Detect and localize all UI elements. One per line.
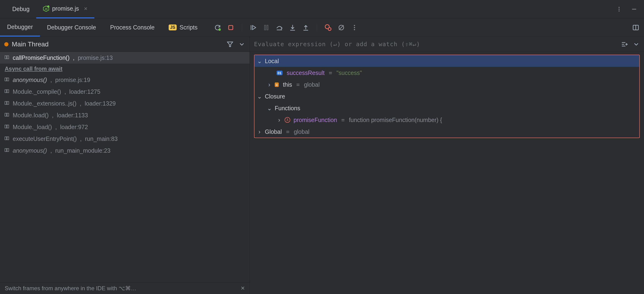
minimize-icon[interactable] — [630, 5, 638, 14]
resume-icon[interactable] — [250, 24, 256, 31]
svg-point-7 — [218, 28, 221, 31]
scope-label: Functions — [275, 105, 300, 112]
nodejs-icon: JS — [43, 6, 50, 12]
tab-run-config-label: promise.js — [52, 5, 79, 12]
svg-rect-33 — [7, 89, 9, 93]
sub-tab-debugger-console[interactable]: Debugger Console — [40, 18, 103, 37]
frame-icon — [4, 88, 10, 95]
scope-closure[interactable]: ⌄ Closure — [254, 90, 639, 102]
stack-frame[interactable]: anonymous(), run_main_module:23 — [0, 145, 250, 157]
rerun-icon[interactable] — [214, 24, 221, 31]
view-breakpoints-icon[interactable] — [324, 24, 332, 31]
variable-row[interactable]: › ≡ this = global — [254, 79, 639, 90]
var-value: "success" — [336, 70, 362, 76]
sub-tab-debugger[interactable]: Debugger — [0, 18, 40, 37]
frame-icon — [4, 54, 10, 61]
mute-breakpoints-icon[interactable] — [338, 24, 345, 31]
svg-point-23 — [354, 27, 355, 28]
frame-function: Module.load() — [13, 112, 49, 119]
svg-rect-30 — [5, 78, 6, 81]
watch-input-row: Evaluate expression (↵) or add a watch (… — [250, 37, 644, 52]
tab-debug[interactable]: Debug — [6, 0, 36, 18]
stack-frame[interactable]: executeUserEntryPoint(), run_main:83 — [0, 133, 250, 145]
watch-input[interactable]: Evaluate expression (↵) or add a watch (… — [254, 41, 618, 48]
svg-rect-42 — [5, 149, 6, 152]
frame-location: loader:1133 — [57, 112, 88, 119]
scope-label: Closure — [265, 93, 285, 100]
frames-list[interactable]: callPromiseFunction(), promise.js:13 Asy… — [0, 52, 250, 282]
svg-marker-10 — [252, 26, 256, 30]
svg-rect-43 — [7, 149, 9, 152]
thread-header[interactable]: Main Thread — [0, 37, 250, 52]
more-options-icon[interactable] — [615, 5, 623, 14]
tip-close-icon[interactable]: ✕ — [240, 285, 245, 291]
svg-rect-37 — [7, 113, 9, 116]
stack-frame[interactable]: callPromiseFunction(), promise.js:13 — [0, 52, 250, 64]
svg-rect-12 — [267, 25, 268, 30]
chevron-down-icon: ⌄ — [257, 58, 262, 65]
scope-label: Global — [265, 128, 282, 135]
toolbar-separator-2 — [317, 23, 317, 32]
svg-rect-35 — [7, 101, 9, 104]
step-into-icon[interactable] — [289, 24, 296, 31]
close-icon[interactable]: ✕ — [84, 6, 88, 12]
toolbar-separator — [242, 23, 242, 32]
frame-icon — [4, 77, 10, 83]
svg-rect-11 — [264, 25, 266, 30]
frame-location: run_main_module:23 — [55, 147, 110, 154]
sub-tab-process-label: Process Console — [110, 24, 154, 31]
debugger-more-icon[interactable] — [351, 24, 358, 31]
scope-functions[interactable]: ⌄ Functions — [254, 102, 639, 114]
layout-settings-icon[interactable] — [632, 24, 639, 31]
svg-rect-28 — [5, 56, 6, 59]
variable-row[interactable]: 01 successResult = "success" — [254, 67, 639, 79]
frame-location: loader:972 — [60, 124, 88, 130]
filter-icon[interactable] — [226, 41, 234, 48]
frames-tip: Switch frames from anywhere in the IDE w… — [0, 282, 250, 294]
frame-location: run_main:83 — [85, 135, 118, 142]
js-badge-icon: JS — [169, 25, 177, 30]
frame-icon — [4, 147, 10, 154]
pause-icon[interactable] — [263, 24, 270, 31]
chevron-right-icon: › — [267, 81, 272, 88]
chevron-down-icon[interactable] — [633, 41, 640, 48]
sub-tab-process-console[interactable]: Process Console — [103, 18, 162, 37]
chevron-right-icon: › — [257, 128, 262, 135]
stack-frame[interactable]: anonymous(), promise.js:19 — [0, 74, 250, 86]
stack-frame[interactable]: Module._extensions..js(), loader:1329 — [0, 97, 250, 109]
variables-tree: ⌄ Local 01 successResult = "success" › ≡… — [254, 55, 640, 138]
tab-run-config[interactable]: JS promise.js ✕ — [36, 0, 94, 18]
frame-function: callPromiseFunction() — [13, 54, 70, 61]
svg-point-4 — [618, 9, 620, 10]
debugger-toolbar: Debugger Debugger Console Process Consol… — [0, 18, 644, 37]
add-watch-icon[interactable] — [621, 41, 628, 48]
lambda-icon: λ — [284, 117, 290, 123]
stack-frame[interactable]: Module._load(), loader:972 — [0, 121, 250, 133]
frame-function: anonymous() — [13, 147, 47, 154]
tab-debug-label: Debug — [12, 6, 30, 13]
chevron-down-icon[interactable] — [238, 41, 245, 48]
frame-function: Module._compile() — [13, 88, 61, 95]
svg-rect-38 — [5, 125, 6, 128]
stack-frame[interactable]: Module._compile(), loader:1275 — [0, 86, 250, 97]
svg-rect-39 — [7, 125, 9, 128]
frame-location: promise.js:19 — [55, 77, 90, 83]
var-value: global — [304, 81, 320, 88]
variables-panel: Evaluate expression (↵) or add a watch (… — [250, 37, 644, 294]
thread-name: Main Thread — [12, 41, 49, 48]
stop-icon[interactable] — [227, 24, 234, 31]
scope-global[interactable]: › Global = global — [254, 126, 639, 137]
scope-local[interactable]: ⌄ Local — [254, 55, 639, 67]
step-over-icon[interactable] — [276, 24, 283, 31]
var-value: global — [294, 128, 310, 135]
step-out-icon[interactable] — [302, 24, 309, 31]
object-type-icon: ≡ — [275, 82, 279, 87]
frame-icon — [4, 135, 10, 142]
frame-function: executeUserEntryPoint() — [13, 135, 77, 142]
stack-frame[interactable]: Module.load(), loader:1133 — [0, 109, 250, 121]
thread-status-icon — [4, 42, 8, 46]
svg-point-5 — [618, 10, 620, 11]
sub-tab-scripts[interactable]: JS Scripts — [162, 18, 204, 37]
variable-row[interactable]: › λ promiseFunction = function promiseFu… — [254, 114, 639, 126]
frame-function: anonymous() — [13, 77, 47, 83]
